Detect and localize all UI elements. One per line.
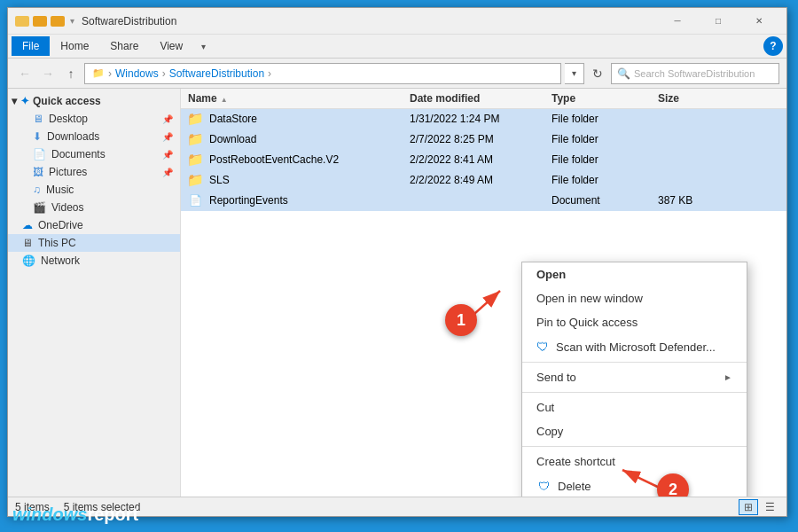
minimize-button[interactable]: ─ (657, 8, 698, 35)
ribbon-expand-button[interactable]: ▾ (193, 36, 213, 56)
ctx-label-delete: Delete (558, 480, 591, 493)
ctx-label-open-new-window: Open in new window (536, 292, 643, 305)
tab-share[interactable]: Share (99, 36, 149, 56)
folder-icon: 📁 (188, 112, 202, 126)
ctx-item-scan-defender[interactable]: 🛡 Scan with Microsoft Defender... (522, 334, 747, 359)
sidebar-label-network: Network (41, 254, 80, 267)
onedrive-icon: ☁ (22, 219, 33, 231)
sort-asc-icon (221, 92, 228, 105)
chevron-down-icon: ▾ (12, 95, 17, 107)
ctx-item-pin-quick-access[interactable]: Pin to Quick access (522, 310, 747, 334)
sidebar-item-network[interactable]: 🌐 Network (8, 252, 180, 270)
sidebar-label-quick-access: Quick access (33, 95, 101, 107)
pin-icon-desktop: 📌 (162, 114, 173, 124)
table-row[interactable]: 📁 DataStore 1/31/2022 1:24 PM File folde… (181, 109, 786, 129)
network-icon: 🌐 (22, 254, 35, 267)
table-row[interactable]: 📁 SLS 2/2/2022 8:49 AM File folder (181, 170, 786, 191)
table-row[interactable]: 📁 PostRebootEventCache.V2 2/2/2022 8:41 … (181, 150, 786, 170)
titlebar-dropdown-arrow[interactable]: ▾ (70, 16, 74, 27)
file-name-postreboot: 📁 PostRebootEventCache.V2 (181, 153, 403, 167)
sidebar-item-onedrive[interactable]: ☁ OneDrive (8, 216, 180, 234)
ctx-item-delete[interactable]: 🛡 Delete (522, 473, 747, 497)
file-label-sls: SLS (209, 174, 230, 186)
ctx-label-send-to: Send to (536, 371, 576, 384)
music-icon: ♫ (33, 184, 41, 196)
search-box[interactable]: 🔍 Search SoftwareDistribution (611, 63, 779, 84)
statusbar-items-count: 5 items (15, 501, 50, 513)
ctx-label-scan-defender: Scan with Microsoft Defender... (556, 340, 716, 354)
help-button[interactable]: ? (763, 36, 783, 56)
submenu-arrow-icon: ► (724, 372, 732, 382)
ctx-label-pin-quick-access: Pin to Quick access (536, 316, 638, 329)
tab-view[interactable]: View (149, 36, 193, 56)
forward-button[interactable]: → (38, 64, 58, 83)
back-button[interactable]: ← (15, 64, 35, 83)
ctx-item-open-new-window[interactable]: Open in new window (522, 286, 747, 310)
ctx-item-send-to[interactable]: Send to ► (522, 365, 747, 389)
window-title: SoftwareDistribution (82, 15, 657, 27)
videos-icon: 🎬 (33, 201, 46, 214)
close-button[interactable]: ✕ (739, 8, 779, 35)
table-row[interactable]: 📄 ReportingEvents Document 387 KB (181, 191, 786, 211)
sidebar-item-pictures[interactable]: 🖼 Pictures 📌 (8, 163, 180, 181)
sidebar-item-this-pc[interactable]: 🖥 This PC (8, 234, 180, 252)
folder-icon: 📁 (188, 173, 202, 187)
ctx-label-copy: Copy (536, 425, 563, 438)
pin-icon-downloads: 📌 (162, 132, 173, 142)
sidebar: ▾ ✦ Quick access 🖥 Desktop 📌 ⬇ Downloads… (8, 89, 181, 497)
address-dropdown-button[interactable]: ▾ (565, 63, 584, 84)
file-name-reporting: 📄 ReportingEvents (181, 193, 403, 207)
refresh-button[interactable]: ↻ (588, 64, 607, 83)
filelist: Name Date modified Type Size 📁 DataStore… (181, 89, 786, 497)
col-header-date[interactable]: Date modified (403, 92, 544, 105)
ctx-item-copy[interactable]: Copy (522, 419, 747, 443)
tab-home[interactable]: Home (50, 36, 99, 56)
address-part-windows[interactable]: Windows (115, 67, 159, 80)
titlebar-app-icons: ▾ (15, 16, 74, 27)
tab-file[interactable]: File (12, 36, 50, 56)
file-size-reporting: 387 KB (651, 194, 722, 207)
table-row[interactable]: 📁 Download 2/7/2022 8:25 PM File folder (181, 129, 786, 150)
address-part-softwaredistribution[interactable]: SoftwareDistribution (169, 67, 264, 80)
view-btn-details[interactable]: ⊞ (739, 499, 758, 515)
ctx-item-open[interactable]: Open (522, 262, 747, 286)
document-icon: 📄 (188, 193, 202, 207)
file-type-sls: File folder (544, 174, 651, 186)
sidebar-item-desktop[interactable]: 🖥 Desktop 📌 (8, 110, 180, 128)
col-header-type[interactable]: Type (544, 92, 651, 105)
maximize-button[interactable]: □ (698, 8, 739, 35)
ctx-item-cut[interactable]: Cut (522, 395, 747, 419)
pictures-icon: 🖼 (33, 166, 43, 178)
addressbar: ← → ↑ 📁 › Windows › SoftwareDistribution… (8, 59, 786, 89)
ctx-label-cut: Cut (536, 401, 554, 414)
file-date-postreboot: 2/2/2022 8:41 AM (403, 153, 544, 166)
ctx-separator-3 (522, 446, 747, 447)
file-label-datastore: DataStore (209, 113, 257, 125)
file-date-datastore: 1/31/2022 1:24 PM (403, 113, 544, 125)
this-pc-icon: 🖥 (22, 237, 33, 249)
ctx-label-open: Open (536, 268, 566, 281)
sidebar-item-documents[interactable]: 📄 Documents 📌 (8, 145, 180, 163)
file-type-reporting: Document (544, 194, 651, 207)
shield-icon-delete: 🛡 (536, 479, 551, 493)
file-type-download: File folder (544, 133, 651, 145)
address-box[interactable]: 📁 › Windows › SoftwareDistribution › (84, 63, 561, 84)
col-header-name[interactable]: Name (181, 92, 403, 105)
sidebar-item-videos[interactable]: 🎬 Videos (8, 199, 180, 216)
sidebar-item-music[interactable]: ♫ Music (8, 181, 180, 199)
search-placeholder: Search SoftwareDistribution (634, 68, 755, 79)
pin-icon-pictures: 📌 (162, 168, 173, 177)
col-header-size[interactable]: Size (651, 92, 722, 105)
ctx-item-create-shortcut[interactable]: Create shortcut (522, 450, 747, 473)
view-btn-list[interactable]: ☰ (760, 499, 779, 515)
svg-line-1 (466, 291, 500, 321)
up-button[interactable]: ↑ (61, 64, 81, 83)
defender-icon: 🛡 (536, 340, 549, 354)
sidebar-label-onedrive: OneDrive (38, 219, 83, 231)
ctx-label-create-shortcut: Create shortcut (536, 455, 615, 468)
sidebar-item-downloads[interactable]: ⬇ Downloads 📌 (8, 128, 180, 145)
sidebar-section-quick-access[interactable]: ▾ ✦ Quick access (8, 92, 180, 110)
ribbon-tabs: File Home Share View ▾ ? (8, 35, 786, 58)
col-name-label: Name (188, 92, 217, 105)
titlebar-icon-2 (33, 16, 47, 27)
